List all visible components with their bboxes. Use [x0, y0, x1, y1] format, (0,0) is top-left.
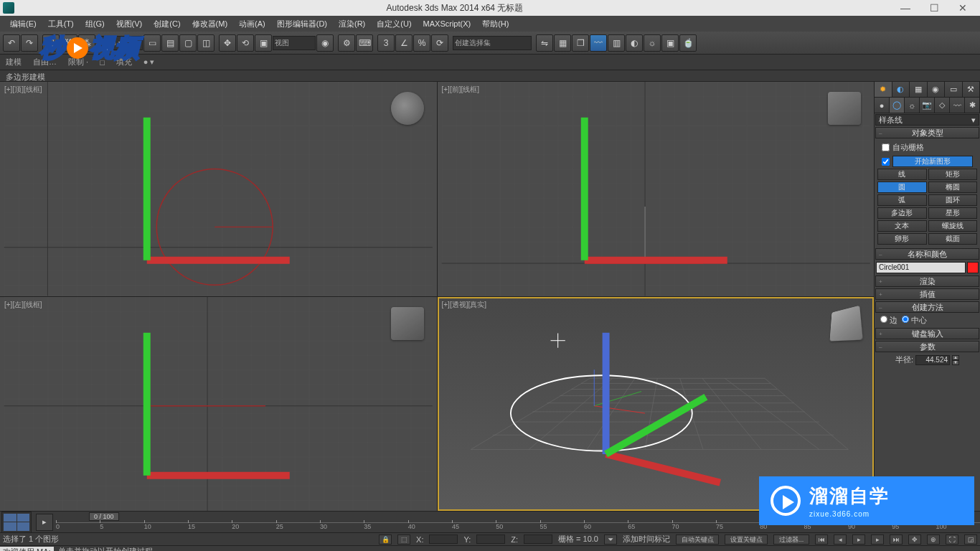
viewport-label-front[interactable]: [+][前][线框]	[442, 85, 480, 95]
next-frame-button[interactable]: ▸	[871, 534, 884, 545]
method-edge-radio[interactable]: 边	[880, 315, 897, 326]
shape-category-dropdown[interactable]: 样条线▾	[875, 114, 979, 126]
isolate-icon[interactable]: ⬚	[397, 534, 410, 545]
play-anim-button[interactable]: ▸	[852, 534, 865, 545]
ribbon-tab-populate[interactable]: 填充	[116, 57, 132, 67]
render-rollout-header[interactable]: +渲染	[875, 276, 979, 287]
manipulate-button[interactable]: ⚙	[338, 34, 355, 52]
mirror-button[interactable]: ⇋	[536, 34, 553, 52]
angle-snap-button[interactable]: ∠	[395, 34, 413, 52]
key-filter-button[interactable]: 过滤器...	[773, 534, 809, 545]
utilities-tab[interactable]: ⚒	[963, 82, 981, 97]
ref-coord-dropdown[interactable]: 视图	[273, 36, 316, 50]
redo-button[interactable]: ↷	[21, 34, 38, 52]
ribbon-tab-modeling[interactable]: 建模	[6, 57, 22, 67]
bind-spacewarp-button[interactable]: ⁂	[78, 34, 95, 52]
menu-组(G)[interactable]: 组(G)	[80, 16, 110, 32]
menu-编辑(E)[interactable]: 编辑(E)	[4, 16, 42, 32]
rotate-button[interactable]: ⟲	[237, 34, 254, 52]
shape-线[interactable]: 线	[877, 169, 927, 180]
coord-z-input[interactable]	[524, 534, 552, 544]
menu-修改器(M)[interactable]: 修改器(M)	[187, 16, 234, 32]
nav-4[interactable]: ◲	[964, 534, 977, 545]
render-button[interactable]: 🍵	[679, 34, 697, 52]
viewport-left[interactable]: [+][左][线框]	[0, 297, 437, 512]
menu-自定义(U)[interactable]: 自定义(U)	[371, 16, 417, 32]
add-time-tag[interactable]: 添加时间标记	[623, 534, 670, 545]
shape-螺旋线[interactable]: 螺旋线	[928, 220, 978, 232]
window-crossing-button[interactable]: ◫	[197, 34, 215, 52]
shape-圆[interactable]: 圆	[877, 182, 927, 193]
motion-tab[interactable]: ◉	[928, 82, 946, 97]
move-button[interactable]: ✥	[219, 34, 236, 52]
menu-渲染(R)[interactable]: 渲染(R)	[333, 16, 371, 32]
time-slider-handle[interactable]: 0 / 100	[89, 512, 119, 521]
undo-button[interactable]: ↶	[3, 34, 20, 52]
keyboard-rollout-header[interactable]: +键盘输入	[875, 328, 979, 339]
menu-帮助(H)[interactable]: 帮助(H)	[476, 16, 514, 32]
maximize-button[interactable]: ☐	[920, 0, 948, 16]
render-setup-button[interactable]: ☼	[644, 34, 661, 52]
nav-3[interactable]: ⛶	[946, 534, 958, 545]
menu-工具(T)[interactable]: 工具(T)	[42, 16, 80, 32]
minimize-button[interactable]: —	[891, 0, 920, 16]
name-color-header[interactable]: –名称和颜色	[875, 248, 979, 260]
curve-editor-button[interactable]: 〰	[590, 34, 607, 52]
goto-start-button[interactable]: ⏮	[815, 534, 828, 545]
play-button[interactable]: ▸	[36, 514, 53, 531]
time-tag-icon[interactable]: ⏷	[604, 534, 617, 545]
shape-截面[interactable]: 截面	[928, 233, 978, 245]
method-rollout-header[interactable]: –创建方法	[875, 301, 979, 313]
set-key-button[interactable]: 设置关键点	[725, 534, 768, 545]
spacewarps-subtab[interactable]: 〰	[950, 98, 965, 113]
systems-subtab[interactable]: ✱	[965, 98, 980, 113]
viewport-label-persp[interactable]: [+][透视][真实]	[442, 300, 487, 310]
layer-button[interactable]: ❐	[572, 34, 589, 52]
shape-卵形[interactable]: 卵形	[877, 233, 927, 245]
render-frame-button[interactable]: ▣	[661, 34, 679, 52]
shape-弧[interactable]: 弧	[877, 194, 927, 206]
viewport-top[interactable]: [+][顶][线框]	[0, 82, 437, 296]
shape-矩形[interactable]: 矩形	[928, 169, 978, 180]
radius-spinner[interactable]: ▲▼	[952, 355, 959, 365]
nav-2[interactable]: ⊕	[927, 534, 940, 545]
create-tab[interactable]: ✹	[875, 82, 892, 97]
shape-文本[interactable]: 文本	[877, 220, 927, 232]
percent-snap-button[interactable]: %	[413, 34, 430, 52]
lights-subtab[interactable]: ☼	[905, 98, 920, 113]
spinner-snap-button[interactable]: ⟳	[431, 34, 448, 52]
object-name-input[interactable]: Circle001	[876, 262, 966, 273]
autogrid-checkbox[interactable]: 自动栅格	[877, 141, 977, 154]
viewport-layout-button[interactable]	[1, 512, 32, 533]
menu-MAXScript(X)[interactable]: MAXScript(X)	[418, 16, 477, 32]
menu-创建(C)[interactable]: 创建(C)	[148, 16, 186, 32]
align-button[interactable]: ▦	[554, 34, 571, 52]
named-selection-dropdown[interactable]: 创建选择集	[453, 36, 532, 50]
coord-x-input[interactable]	[429, 534, 458, 544]
menu-图形编辑器(D)[interactable]: 图形编辑器(D)	[271, 16, 333, 32]
shape-星形[interactable]: 星形	[928, 207, 978, 219]
goto-end-button[interactable]: ⏭	[890, 534, 903, 545]
hierarchy-tab[interactable]: ▦	[910, 82, 928, 97]
viewport-front[interactable]: [+][前][线框]	[438, 82, 875, 296]
coord-y-input[interactable]	[476, 534, 505, 544]
shape-多边形[interactable]: 多边形	[877, 207, 927, 219]
viewport-perspective[interactable]: [+][透视][真实]	[438, 297, 875, 512]
material-editor-button[interactable]: ◐	[626, 34, 643, 52]
cameras-subtab[interactable]: 📷	[920, 98, 935, 113]
selection-filter-dropdown[interactable]: 全部 ▾	[100, 36, 143, 50]
interp-rollout-header[interactable]: +插值	[875, 288, 979, 300]
object-color-swatch[interactable]	[967, 262, 979, 273]
pivot-button[interactable]: ◉	[316, 34, 334, 52]
geometry-subtab[interactable]: ●	[875, 98, 890, 113]
time-slider[interactable]: 0 / 100 05101520253035404550556065707580…	[56, 512, 980, 532]
unlink-button[interactable]: ⛓̸	[60, 34, 77, 52]
select-by-name-button[interactable]: ▤	[161, 34, 179, 52]
snap-3-button[interactable]: 3	[377, 34, 395, 52]
menu-视图(V)[interactable]: 视图(V)	[110, 16, 149, 32]
shapes-subtab[interactable]: ◯	[890, 98, 905, 113]
modify-tab[interactable]: ◐	[892, 82, 910, 97]
ribbon-tab-constrain[interactable]: 限制 ·	[68, 57, 88, 67]
display-tab[interactable]: ▭	[945, 82, 963, 97]
prev-frame-button[interactable]: ◂	[834, 534, 847, 545]
